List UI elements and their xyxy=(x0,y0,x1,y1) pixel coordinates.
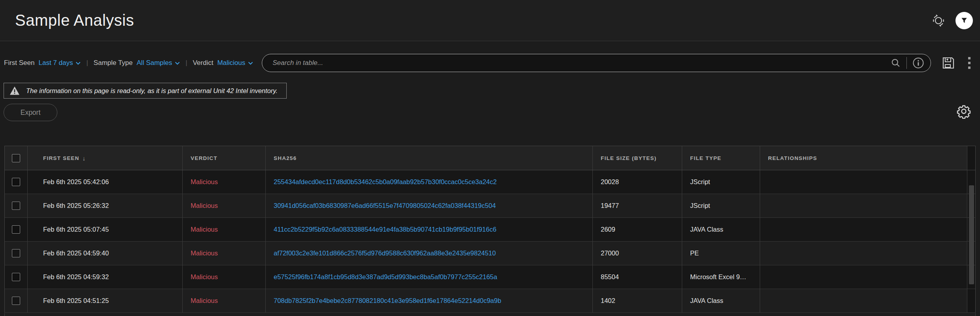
sha256-cell: 708db7825f2b7e4bebe2c8778082180c41e3e958… xyxy=(265,289,592,312)
row-checkbox[interactable] xyxy=(12,202,20,210)
column-header-verdict[interactable]: Verdict xyxy=(182,146,265,170)
file-type-cell: JScript xyxy=(682,194,760,217)
filter-verdict-dropdown[interactable]: Malicious xyxy=(217,59,253,67)
table-row: Feb 6th 2025 04:59:32 Malicious e57525f9… xyxy=(5,265,975,289)
row-checkbox[interactable] xyxy=(12,297,20,305)
topbar: Sample Analysis xyxy=(0,0,980,41)
sha256-link[interactable]: 30941d056caf03b6830987e6ad66f5515e7f4709… xyxy=(274,202,496,209)
row-select-cell xyxy=(5,242,27,265)
scrollbar-track xyxy=(967,146,975,170)
column-header-first-seen-label: First Seen xyxy=(43,155,79,161)
filter-sample-type-value: All Samples xyxy=(137,59,172,67)
first-seen-cell: Feb 6th 2025 04:59:40 xyxy=(27,242,182,265)
column-header-verdict-label: Verdict xyxy=(191,155,218,161)
search-icon[interactable] xyxy=(891,58,901,68)
search-divider xyxy=(906,57,907,69)
table-header-row: First Seen ↓ Verdict SHA256 File Size (B… xyxy=(5,146,975,170)
row-checkbox[interactable] xyxy=(12,249,20,257)
column-header-file-type-label: File Type xyxy=(690,155,721,161)
first-seen-cell: Feb 6th 2025 04:59:32 xyxy=(27,265,182,289)
row-select-cell xyxy=(5,194,27,217)
row-checkbox[interactable] xyxy=(12,178,20,186)
filter-separator: | xyxy=(185,59,187,67)
readonly-notice-text: The information on this page is read-onl… xyxy=(26,87,278,95)
column-header-first-seen[interactable]: First Seen ↓ xyxy=(27,146,182,170)
verdict-cell: Malicious xyxy=(182,265,265,289)
sha256-link[interactable]: 411cc2b5229f5b92c6a0833388544e91e4fa38b5… xyxy=(274,226,496,233)
first-seen-cell: Feb 6th 2025 05:07:45 xyxy=(27,218,182,241)
relationships-cell xyxy=(760,265,967,289)
verdict-cell: Malicious xyxy=(182,218,265,241)
first-seen-cell: Feb 6th 2025 05:42:06 xyxy=(27,170,182,194)
column-header-sha256[interactable]: SHA256 xyxy=(265,146,592,170)
file-type-cell: JAVA Class xyxy=(682,218,760,241)
sha256-cell: 30941d056caf03b6830987e6ad66f5515e7f4709… xyxy=(265,194,592,217)
gear-icon[interactable] xyxy=(955,103,972,120)
scrollbar-track xyxy=(967,289,975,312)
filter-first-seen: First Seen Last 7 days xyxy=(4,59,81,67)
warning-icon xyxy=(9,86,20,95)
vertical-scrollbar-thumb[interactable] xyxy=(969,185,974,284)
relationships-cell xyxy=(760,170,967,194)
table-row: Feb 6th 2025 04:59:40 Malicious af72f003… xyxy=(5,242,975,265)
file-size-cell: 2609 xyxy=(592,218,682,241)
page-title: Sample Analysis xyxy=(15,11,134,29)
column-header-file-type[interactable]: File Type xyxy=(682,146,760,170)
sha256-link[interactable]: af72f003c2e3fe101d866c2576f5d976d9588c63… xyxy=(274,249,496,257)
chevron-down-icon xyxy=(76,61,81,65)
refresh-icon[interactable] xyxy=(931,13,946,28)
sha256-link[interactable]: e57525f96fb174a8f1cb95d8d3e387ad9d5d993b… xyxy=(274,273,497,281)
sha256-cell: 411cc2b5229f5b92c6a0833388544e91e4fa38b5… xyxy=(265,218,592,241)
samples-table: First Seen ↓ Verdict SHA256 File Size (B… xyxy=(4,146,976,313)
table-toolbar-icons xyxy=(941,56,971,70)
relationships-cell xyxy=(760,218,967,241)
row-select-cell xyxy=(5,265,27,289)
column-header-relationships-label: Relationships xyxy=(768,155,817,161)
info-icon[interactable] xyxy=(912,57,924,69)
file-type-cell: Microsoft Excel 9… xyxy=(682,265,760,289)
sha256-link[interactable]: 255434afdecd0ec117d8d0b53462c5b0a09faab9… xyxy=(274,178,497,186)
readonly-notice: The information on this page is read-onl… xyxy=(4,83,287,99)
row-select-cell xyxy=(5,170,27,194)
chevron-down-icon xyxy=(248,61,253,65)
sha256-cell: af72f003c2e3fe101d866c2576f5d976d9588c63… xyxy=(265,242,592,265)
column-header-file-size[interactable]: File Size (Bytes) xyxy=(592,146,682,170)
verdict-cell: Malicious xyxy=(182,170,265,194)
row-checkbox[interactable] xyxy=(12,225,20,234)
chevron-down-icon xyxy=(175,61,180,65)
partial-next-row xyxy=(4,313,976,316)
file-size-cell: 1402 xyxy=(592,289,682,312)
filter-avatar-button[interactable] xyxy=(955,12,973,29)
row-checkbox[interactable] xyxy=(12,273,20,281)
export-button[interactable]: Export xyxy=(4,104,57,121)
column-header-relationships[interactable]: Relationships xyxy=(760,146,967,170)
first-seen-cell: Feb 6th 2025 05:26:32 xyxy=(27,194,182,217)
file-size-cell: 19477 xyxy=(592,194,682,217)
filter-first-seen-dropdown[interactable]: Last 7 days xyxy=(38,59,81,67)
first-seen-cell: Feb 6th 2025 04:51:25 xyxy=(27,289,182,312)
column-header-sha256-label: SHA256 xyxy=(274,155,297,161)
row-select-cell xyxy=(5,289,27,312)
filter-verdict-label: Verdict xyxy=(193,59,213,67)
search-input[interactable] xyxy=(272,59,891,67)
row-select-cell xyxy=(5,218,27,241)
select-all-cell xyxy=(5,146,27,170)
table-row: Feb 6th 2025 05:42:06 Malicious 255434af… xyxy=(5,170,975,194)
file-size-cell: 27000 xyxy=(592,242,682,265)
kebab-menu-icon[interactable] xyxy=(967,56,971,70)
table-row: Feb 6th 2025 05:07:45 Malicious 411cc2b5… xyxy=(5,218,975,242)
filter-sample-type-dropdown[interactable]: All Samples xyxy=(137,59,180,67)
verdict-cell: Malicious xyxy=(182,242,265,265)
table-row: Feb 6th 2025 05:26:32 Malicious 30941d05… xyxy=(5,194,975,218)
sha256-link[interactable]: 708db7825f2b7e4bebe2c8778082180c41e3e958… xyxy=(274,297,501,305)
verdict-cell: Malicious xyxy=(182,289,265,312)
relationships-cell xyxy=(760,194,967,217)
sort-descending-icon[interactable]: ↓ xyxy=(83,155,86,162)
select-all-checkbox[interactable] xyxy=(12,154,20,162)
relationships-cell xyxy=(760,242,967,265)
verdict-cell: Malicious xyxy=(182,194,265,217)
save-icon[interactable] xyxy=(941,56,955,70)
topbar-actions xyxy=(931,0,973,41)
file-type-cell: JAVA Class xyxy=(682,289,760,312)
filter-verdict: Verdict Malicious xyxy=(193,59,253,67)
